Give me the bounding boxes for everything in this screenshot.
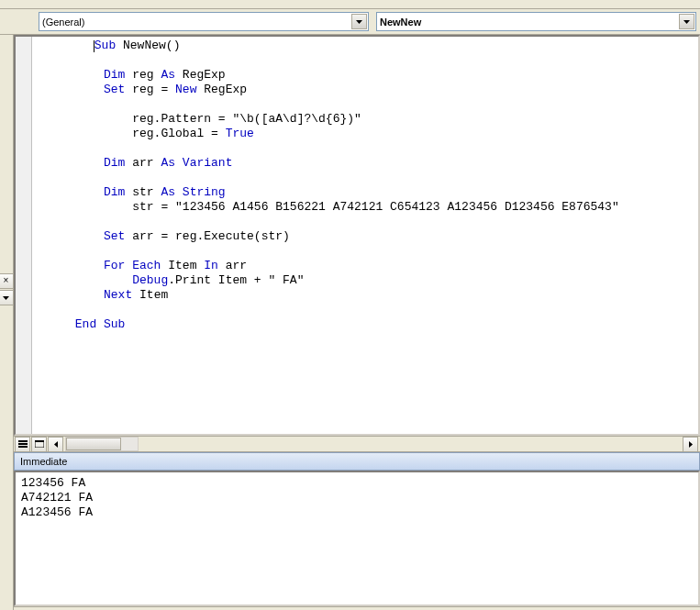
immediate-panel[interactable]: 123456 FA A742121 FA A123456 FA [14, 471, 700, 606]
left-dock-gutter: × [0, 35, 14, 610]
triangle-right-icon [689, 441, 693, 448]
immediate-text[interactable]: 123456 FA A742121 FA A123456 FA [16, 472, 698, 524]
main-area: × Sub NewNew() Dim reg As RegExp Set reg… [0, 35, 700, 610]
triangle-left-icon [54, 441, 58, 448]
svg-rect-0 [18, 440, 28, 442]
object-dropdown-value: (General) [42, 17, 84, 28]
immediate-title-bar[interactable]: Immediate [14, 452, 700, 471]
code-area[interactable]: Sub NewNew() Dim reg As RegExp Set reg =… [14, 35, 700, 436]
svg-rect-1 [18, 443, 28, 445]
hscroll-thumb[interactable] [66, 438, 121, 450]
code-text[interactable]: Sub NewNew() Dim reg As RegExp Set reg =… [32, 37, 698, 434]
procedure-dropdown[interactable]: NewNew [376, 12, 696, 31]
chevron-down-icon [356, 20, 362, 24]
svg-rect-2 [18, 446, 28, 448]
hscroll-left-button[interactable] [48, 437, 63, 452]
dock-dropdown-button[interactable] [0, 290, 14, 305]
dock-close-button[interactable]: × [0, 273, 14, 289]
bottom-strip [14, 606, 700, 610]
hscroll-right-button[interactable] [683, 437, 698, 452]
code-margin [16, 37, 32, 434]
full-module-view-icon [35, 440, 44, 448]
procedure-view-icon [18, 440, 28, 448]
dropdown-left-spacer [4, 12, 31, 31]
code-dropdown-row: (General) NewNew [0, 9, 700, 35]
immediate-title-text: Immediate [20, 456, 67, 467]
code-bottom-bar [14, 436, 700, 452]
object-dropdown[interactable]: (General) [39, 12, 369, 31]
chevron-down-icon [683, 20, 690, 24]
procedure-dropdown-value: NewNew [380, 17, 421, 28]
code-window: Sub NewNew() Dim reg As RegExp Set reg =… [14, 35, 700, 610]
chevron-down-icon [3, 296, 9, 300]
hscroll-track[interactable] [65, 437, 139, 451]
procedure-view-button[interactable] [15, 437, 30, 452]
top-toolbar-sliver [0, 0, 700, 9]
full-module-view-button[interactable] [31, 437, 47, 452]
procedure-dropdown-button[interactable] [679, 14, 694, 29]
close-icon: × [4, 275, 9, 285]
object-dropdown-button[interactable] [351, 14, 367, 29]
svg-rect-4 [35, 440, 44, 442]
